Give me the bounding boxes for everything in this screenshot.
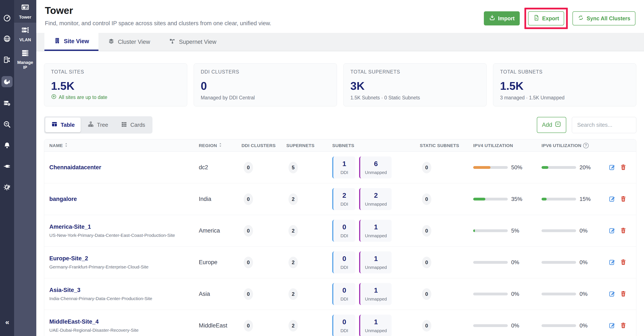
view-mode-cards[interactable]: Cards <box>115 118 151 132</box>
ddi-subnets-count: 1 <box>338 160 350 168</box>
site-name-link[interactable]: Europe-Site_2 <box>49 255 199 262</box>
supernets-badge: 2 <box>288 288 298 300</box>
ddi-subnets-count: 0 <box>338 318 350 326</box>
ipv4-progress-track <box>473 293 508 295</box>
unmapped-subnets-count: 6 <box>365 160 387 168</box>
ipv4-progress-track <box>473 166 508 169</box>
ipv4-progress-fill <box>473 166 490 169</box>
sync-all-clusters-button[interactable]: Sync All Clusters <box>572 11 636 26</box>
import-download-icon <box>489 15 496 22</box>
view-mode-tree[interactable]: Tree <box>82 118 114 132</box>
unmapped-subnets-count: 2 <box>365 191 387 199</box>
delete-icon[interactable] <box>620 290 627 298</box>
unmapped-subnets-box: 1 Unmapped <box>359 220 392 242</box>
site-name-link[interactable]: Asia-Site_3 <box>49 287 199 293</box>
connector-plug-icon[interactable] <box>2 162 12 171</box>
edit-icon[interactable] <box>609 322 616 329</box>
page-subtitle: Find, monitor, and control IP space acro… <box>45 20 272 27</box>
audit-search-icon[interactable] <box>2 120 12 129</box>
table-body: Chennaidatacenter dc2 0 5 1 DDI 6 Unmapp… <box>44 152 636 336</box>
header-actions: Import x Export Sync All Clusters <box>484 8 636 29</box>
sidebar: DNS « Tower <box>0 0 36 336</box>
dashboard-icon[interactable] <box>2 13 12 23</box>
supernets-badge: 2 <box>288 320 298 331</box>
site-name-link[interactable]: America-Site_1 <box>49 224 199 230</box>
ipv6-progress-fill <box>542 198 547 200</box>
delete-icon[interactable] <box>620 259 627 266</box>
column-header-supernets: SUPERNETS <box>286 143 332 148</box>
ddi-clusters-badge: 0 <box>244 162 253 173</box>
site-name-link[interactable]: bangalore <box>49 196 199 202</box>
supernets-badge: 5 <box>288 162 298 173</box>
add-button[interactable]: Add <box>537 117 566 133</box>
ddi-subnets-label: DDI <box>338 170 350 175</box>
site-name-cell: Asia-Site_3 India-Chennai-Primary-Data-C… <box>49 287 199 301</box>
chevron-down-box-icon <box>555 121 561 129</box>
delete-icon[interactable] <box>620 322 627 329</box>
svg-text:DNS: DNS <box>5 39 9 41</box>
column-header-region[interactable]: REGION <box>199 143 242 148</box>
ipv4-progress-track <box>473 261 508 264</box>
ipv6-percent: 15% <box>580 196 590 202</box>
table-header-row: NAME REGION DDI CLUSTERS SUPERNETS SUBNE… <box>44 139 636 152</box>
site-name-link[interactable]: Chennaidatacenter <box>49 164 199 171</box>
sort-icon[interactable] <box>64 143 68 148</box>
region-cell: India <box>199 196 242 202</box>
ipv4-utilization-cell: 0% <box>473 322 542 329</box>
ipv6-progress-track <box>542 166 576 169</box>
ddi-clusters-badge: 0 <box>244 288 253 300</box>
unmapped-subnets-box: 6 Unmapped <box>359 156 392 178</box>
tower-monitor-icon <box>21 4 30 13</box>
edit-icon[interactable] <box>609 164 616 171</box>
ipv6-utilization-cell: 20% <box>542 164 606 171</box>
server-security-icon[interactable] <box>2 99 12 108</box>
alerts-bell-icon[interactable] <box>2 141 12 150</box>
tab-cluster-view[interactable]: Cluster View <box>98 33 160 51</box>
column-header-subnets: SUBNETS <box>332 143 420 148</box>
sidebar-item-manage-ip[interactable]: Manage IP <box>14 45 36 73</box>
sidebar-item-vlan[interactable]: VLAN <box>14 23 36 45</box>
ipv4-utilization-cell: 50% <box>473 164 542 171</box>
import-button[interactable]: Import <box>484 11 520 26</box>
static-subnets-badge: 0 <box>422 288 431 300</box>
dhcp-document-icon[interactable] <box>2 55 12 65</box>
ipv6-utilization-cell: 0% <box>542 227 606 234</box>
dns-globe-icon[interactable]: DNS <box>2 34 12 44</box>
delete-icon[interactable] <box>620 195 627 203</box>
edit-icon[interactable] <box>609 195 616 203</box>
ipv4-percent: 5% <box>511 227 519 234</box>
delete-icon[interactable] <box>620 227 627 235</box>
export-button[interactable]: x Export <box>528 11 564 26</box>
edit-icon[interactable] <box>609 227 616 235</box>
collapse-sidebar-button[interactable]: « <box>0 318 14 326</box>
tab-site-view[interactable]: Site View <box>44 33 98 51</box>
info-icon[interactable]: ? <box>583 143 589 148</box>
ddi-subnets-box: 0 DDI <box>332 315 355 336</box>
subnets-cell: 1 DDI 6 Unmapped <box>332 156 420 178</box>
vlan-switch-icon <box>21 26 30 36</box>
site-name-cell: Chennaidatacenter <box>49 164 199 171</box>
ddi-clusters-badge: 0 <box>244 193 253 205</box>
stat-footer: Managed by DDI Central <box>201 95 330 101</box>
sidebar-item-label: Tower <box>19 15 31 20</box>
cards-grid-icon <box>121 121 127 129</box>
sort-icon[interactable] <box>219 143 222 148</box>
settings-gear-icon[interactable] <box>2 183 12 192</box>
icon-rail: DNS « <box>0 0 14 336</box>
search-sites-input[interactable] <box>572 117 636 133</box>
analytics-pie-icon[interactable] <box>2 76 12 87</box>
table-row: MiddleEast-Site_4 UAE-Dubai-Regional-Dis… <box>44 310 636 336</box>
ddi-clusters-badge: 0 <box>244 225 253 237</box>
ipv4-utilization-cell: 0% <box>473 291 542 297</box>
edit-icon[interactable] <box>609 259 616 266</box>
tab-supernet-view[interactable]: Supernet View <box>160 33 226 51</box>
site-name-link[interactable]: MiddleEast-Site_4 <box>49 318 199 325</box>
sidebar-item-tower[interactable]: Tower <box>14 0 36 23</box>
delete-icon[interactable] <box>620 164 627 171</box>
supernets-badge: 2 <box>288 193 298 205</box>
edit-icon[interactable] <box>609 290 616 298</box>
column-header-name[interactable]: NAME <box>49 143 199 148</box>
site-description: US-New-York-Primary-Data-Center-East-Coa… <box>49 233 199 238</box>
view-mode-table[interactable]: Table <box>45 118 81 132</box>
region-cell: Asia <box>199 291 242 297</box>
